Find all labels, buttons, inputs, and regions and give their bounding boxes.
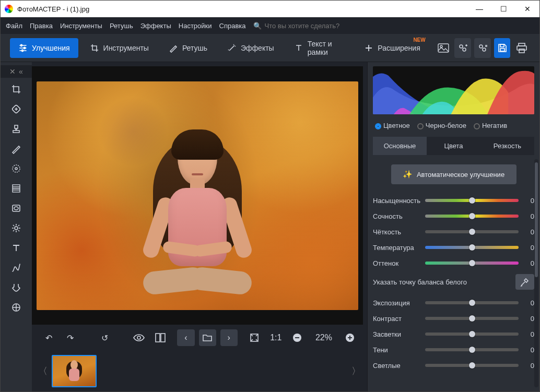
zoom-in-button[interactable] (342, 329, 359, 346)
menu-file[interactable]: Файл (6, 22, 22, 30)
menu-help[interactable]: Справка (219, 22, 246, 30)
plus-icon (364, 43, 373, 53)
tab-sharp[interactable]: Резкость (480, 137, 534, 155)
slider-contrast[interactable]: Контраст 0 (373, 311, 534, 326)
print-button[interactable] (513, 38, 530, 58)
image-placeholder-button[interactable] (435, 38, 452, 58)
radio-neg[interactable]: Негатив (474, 122, 507, 129)
sidetool-brush[interactable] (7, 140, 26, 157)
slider-track[interactable] (425, 230, 519, 233)
svg-rect-15 (517, 46, 526, 50)
radio-bw[interactable]: Черно-белое (417, 122, 466, 129)
tab-retouch[interactable]: Ретушь (160, 38, 216, 58)
panel-scrollbar[interactable] (534, 159, 538, 387)
slider-track[interactable] (425, 332, 519, 336)
menu-tools[interactable]: Инструменты (60, 22, 102, 30)
minimize-button[interactable]: — (467, 1, 491, 17)
maximize-button[interactable]: ☐ (491, 1, 515, 17)
slider-temperature[interactable]: Температура 0 (373, 240, 534, 255)
svg-point-18 (13, 165, 20, 172)
thumbnail-strip: 〈 〉 (32, 351, 367, 391)
slider-track[interactable] (425, 199, 519, 202)
save-button[interactable] (494, 38, 511, 58)
slider-track[interactable] (425, 262, 519, 265)
preset-settings-button[interactable] (474, 38, 491, 58)
menu-settings[interactable]: Настройки (179, 22, 212, 30)
adjustments-panel: ✨ Автоматическое улучшение Насыщенность … (368, 155, 539, 391)
menu-edit[interactable]: Правка (30, 22, 53, 30)
slider-shadows[interactable]: Тени 0 (373, 342, 534, 358)
tab-tools[interactable]: Инструменты (81, 38, 157, 58)
sidetool-vignette[interactable] (7, 200, 26, 217)
tab-extensions[interactable]: Расширения NEW (356, 38, 428, 58)
nav-next-button[interactable]: › (220, 329, 238, 346)
sidetool-curves[interactable] (7, 259, 26, 276)
open-folder-button[interactable] (199, 329, 216, 346)
eyedropper-button[interactable] (515, 274, 534, 290)
tab-effects-label: Эффекты (241, 44, 274, 52)
slider-highlights[interactable]: Засветки 0 (373, 326, 534, 342)
svg-rect-35 (161, 334, 165, 342)
redo-button[interactable]: ↷ (62, 329, 79, 346)
slider-clarity[interactable]: Чёткость 0 (373, 224, 534, 240)
canvas-area: ↶ ↷ ↺ ‹ › 1:1 22% 〈 (32, 62, 367, 391)
sidetool-exposure[interactable] (7, 220, 26, 236)
search-input[interactable] (265, 22, 359, 30)
radio-color[interactable]: Цветное (375, 122, 410, 129)
auto-enhance-button[interactable]: ✨ Автоматическое улучшение (391, 164, 516, 184)
zoom-out-button[interactable] (289, 329, 306, 346)
sidetool-gradient[interactable] (7, 180, 26, 197)
slider-saturation[interactable]: Насыщенность 0 (373, 193, 534, 208)
sidetool-crop[interactable] (7, 81, 26, 98)
thumb-prev[interactable]: 〈 (38, 365, 48, 377)
app-logo-icon (5, 5, 13, 13)
tab-extensions-label: Расширения (378, 44, 420, 52)
slider-track[interactable] (425, 364, 519, 367)
sidebar-collapse[interactable]: ✕« (1, 65, 32, 78)
left-sidebar: ✕« (1, 62, 32, 391)
preview-toggle-button[interactable] (130, 329, 147, 346)
slider-track[interactable] (425, 317, 519, 320)
tab-color[interactable]: Цвета (427, 137, 480, 155)
svg-line-30 (18, 225, 19, 226)
slider-track[interactable] (425, 348, 519, 351)
nav-prev-button[interactable]: ‹ (177, 329, 194, 346)
tab-text[interactable]: Текст и рамки (286, 38, 353, 58)
thumbnail-1[interactable] (52, 355, 97, 387)
svg-rect-13 (500, 49, 504, 51)
sidetool-portrait[interactable] (7, 279, 26, 296)
preset-add-button[interactable] (454, 38, 471, 58)
menu-effects[interactable]: Эффекты (140, 22, 171, 30)
sidetool-3dlut[interactable] (7, 299, 26, 316)
canvas-bottombar: ↶ ↷ ↺ ‹ › 1:1 22% (32, 325, 367, 351)
image-canvas[interactable] (32, 66, 363, 325)
slider-vibrance[interactable]: Сочность 0 (373, 208, 534, 224)
compare-button[interactable] (151, 329, 169, 346)
menu-retouch[interactable]: Ретушь (110, 22, 133, 30)
reset-button[interactable]: ↺ (96, 329, 113, 346)
slider-track[interactable] (425, 246, 519, 249)
slider-track[interactable] (425, 215, 519, 218)
radio-dot-icon (375, 123, 381, 129)
svg-rect-12 (500, 44, 504, 47)
slider-exposure[interactable]: Экспозиция 0 (373, 295, 534, 311)
svg-line-29 (18, 230, 19, 231)
svg-point-8 (460, 45, 463, 48)
sidetool-radial[interactable] (7, 160, 26, 177)
tab-enhance[interactable]: Улучшения (10, 38, 78, 58)
fit-button[interactable] (246, 329, 263, 346)
slider-tint[interactable]: Оттенок 0 (373, 255, 534, 271)
undo-button[interactable]: ↶ (40, 329, 57, 346)
tab-basic[interactable]: Основные (373, 137, 427, 155)
sidetool-heal[interactable] (7, 101, 26, 117)
sidetool-text[interactable] (7, 240, 26, 256)
actual-size-button[interactable]: 1:1 (267, 329, 285, 346)
close-button[interactable]: ✕ (515, 1, 539, 17)
slider-whites[interactable]: Светлые 0 (373, 358, 534, 373)
tab-effects[interactable]: Эффекты (219, 38, 283, 58)
slider-track[interactable] (425, 301, 519, 304)
sidetool-stamp[interactable] (7, 121, 26, 137)
thumb-next[interactable]: 〉 (351, 365, 361, 377)
svg-rect-6 (438, 44, 449, 52)
radio-dot-icon (417, 123, 424, 129)
